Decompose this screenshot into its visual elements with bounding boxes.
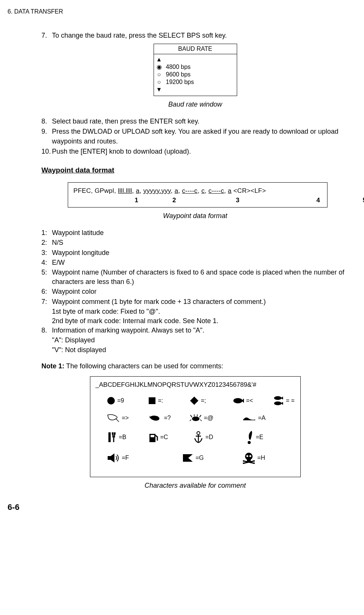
svg-marker-30	[111, 453, 114, 462]
svg-point-32	[245, 453, 253, 460]
def-sub: "V": Not displayed	[52, 345, 349, 355]
circle-icon	[107, 397, 115, 405]
def-text: Waypoint color	[52, 287, 349, 296]
step-text: Press the DWLOAD or UPLOAD soft key. You…	[52, 127, 349, 146]
waypoint-format-title: Waypoint data format	[41, 165, 349, 175]
def-num: 8.	[41, 326, 52, 335]
arrow-down-icon: ▼	[156, 86, 162, 93]
svg-rect-35	[247, 459, 251, 461]
format-indices: 1 2 3 4 5 6 7 8	[73, 196, 322, 205]
format-caption: Waypoint data format	[41, 211, 349, 221]
step-9: 9. Press the DWLOAD or UPLOAD soft key. …	[41, 127, 349, 146]
baud-opt: 4800 bps	[166, 63, 191, 71]
radio-icon: ○	[156, 78, 162, 86]
step-text: To change the baud rate, press the SELEC…	[52, 31, 349, 40]
squid-icon	[107, 414, 120, 423]
icon-row-1: =9 =: =; =< = =	[96, 395, 295, 406]
def-text: Waypoint name (Number of characters is f…	[52, 268, 349, 287]
fish-icon	[231, 397, 244, 404]
def-text: Waypoint comment (1 byte for mark code +…	[52, 297, 349, 307]
step-text: Push the [ENTER] knob to download (uploa…	[52, 147, 349, 156]
icon-row-3: =B =C =D =E	[96, 430, 295, 444]
def-sub: "A": Displayed	[52, 336, 349, 345]
def-num: 7:	[41, 297, 52, 307]
note-1: Note 1: The following characters can be …	[41, 362, 349, 371]
baud-opt: 19200 bps	[166, 78, 194, 86]
svg-point-7	[274, 401, 282, 405]
def-num: 3:	[41, 248, 52, 258]
def-text: Information of marking waypoint. Always …	[52, 326, 349, 335]
svg-point-33	[246, 455, 248, 457]
svg-rect-29	[108, 456, 111, 460]
char-string: _ABCDEFGHIJKLMNOPQRSTUVWXYZ0123456789&'#	[96, 380, 295, 389]
svg-marker-31	[183, 454, 193, 462]
icon-row-4: =F =G =H	[96, 452, 295, 464]
svg-marker-6	[281, 397, 283, 400]
icon-row-2: => =? =@ =A	[96, 414, 295, 423]
step-7: 7. To change the baud rate, press the SE…	[41, 31, 349, 40]
svg-point-0	[107, 397, 115, 404]
def-num: 4:	[41, 258, 52, 267]
svg-rect-18	[108, 432, 111, 442]
step-num: 9.	[41, 127, 52, 146]
svg-line-14	[190, 420, 191, 421]
baud-caption: Baud rate window	[41, 100, 349, 109]
svg-point-11	[192, 417, 200, 421]
svg-point-28	[248, 441, 251, 444]
chars-caption: Characters available for comment	[41, 481, 349, 490]
step-text: Select baud rate, then press the ENTER s…	[52, 117, 349, 126]
baud-title: BAUD RATE	[154, 44, 237, 54]
exclamation-icon	[246, 430, 254, 444]
svg-marker-8	[281, 402, 283, 405]
def-sub: 2nd byte of mark code: Internal mark cod…	[52, 316, 349, 326]
step-num: 7.	[41, 31, 52, 40]
radio-selected-icon: ◉	[156, 63, 162, 71]
radio-icon: ○	[156, 71, 162, 78]
fuel-icon	[148, 432, 158, 443]
format-box: PFEC, GPwpl, llll.llll, a, yyyyy.yyy, a,…	[68, 182, 327, 208]
svg-rect-22	[151, 435, 154, 437]
skull-icon	[242, 452, 255, 464]
svg-rect-1	[149, 397, 155, 404]
shrimp-icon	[148, 414, 162, 422]
characters-box: _ABCDEFGHIJKLMNOPQRSTUVWXYZ0123456789&'#…	[90, 376, 301, 477]
diamond-icon	[190, 396, 199, 405]
wave-icon	[242, 415, 256, 421]
svg-point-23	[197, 432, 200, 435]
format-string: PFEC, GPwpl, llll.llll, a, yyyyy.yyy, a,…	[73, 186, 322, 195]
svg-point-39	[253, 460, 255, 462]
step-10: 10. Push the [ENTER] knob to download (u…	[41, 147, 349, 156]
step-num: 10.	[41, 147, 52, 156]
def-text: Waypoint longitude	[52, 248, 349, 258]
baud-rate-box: BAUD RATE ▲ ◉4800 bps ○9600 bps ○19200 b…	[154, 44, 237, 96]
svg-point-5	[274, 396, 282, 400]
svg-marker-4	[242, 398, 244, 403]
step-num: 8.	[41, 117, 52, 126]
def-num: 5:	[41, 268, 52, 287]
def-num: 1:	[41, 228, 52, 238]
def-text: Waypoint latitude	[52, 228, 349, 238]
svg-line-15	[200, 420, 202, 421]
square-icon	[148, 397, 156, 404]
svg-line-12	[190, 415, 192, 417]
svg-point-3	[233, 398, 242, 403]
def-text: N/S	[52, 238, 349, 247]
two-fish-icon	[273, 395, 284, 406]
baud-opt: 9600 bps	[166, 71, 191, 78]
svg-line-13	[200, 415, 201, 417]
page-number: 6-6	[8, 502, 349, 513]
def-sub: 1st byte of mark code: Fixed to "@".	[52, 307, 349, 316]
flag-icon	[182, 453, 193, 462]
svg-marker-2	[190, 397, 198, 405]
def-text: E/W	[52, 258, 349, 267]
crab-icon	[190, 414, 202, 423]
arrow-up-icon: ▲	[156, 56, 162, 63]
page-header: 6. DATA TRANSFER	[8, 8, 349, 16]
def-num: 2:	[41, 238, 52, 247]
svg-point-38	[243, 460, 244, 462]
svg-point-41	[253, 462, 255, 464]
def-num: 6:	[41, 287, 52, 296]
svg-point-40	[243, 462, 244, 464]
svg-point-34	[249, 455, 251, 457]
speaker-icon	[107, 452, 120, 464]
